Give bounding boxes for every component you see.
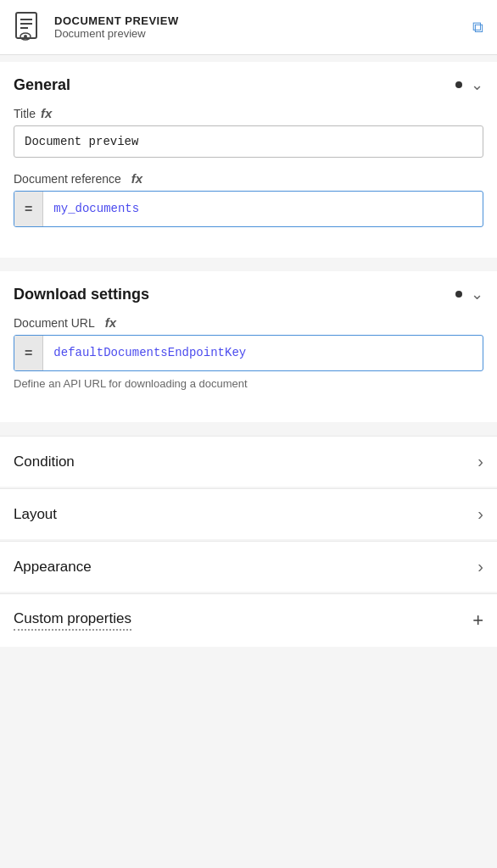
title-field-label: Title fx [14, 106, 483, 120]
appearance-label: Appearance [14, 559, 92, 576]
general-section-header[interactable]: General ⌄ [14, 75, 483, 94]
layout-label: Layout [14, 506, 57, 523]
doc-ref-fx-label: fx [131, 171, 142, 186]
external-link-icon[interactable]: ⧉ [472, 19, 483, 36]
svg-rect-0 [16, 13, 36, 38]
general-section: General ⌄ Title fx Document reference fx… [0, 62, 497, 258]
condition-label: Condition [14, 453, 75, 470]
download-section-header[interactable]: Download settings ⌄ [14, 285, 483, 303]
document-reference-equals: = [14, 192, 43, 226]
general-section-dot [455, 81, 462, 88]
doc-url-fx-label: fx [105, 315, 116, 330]
document-reference-label: Document reference [14, 172, 121, 186]
header-left: DOCUMENT PREVIEW Document preview [14, 12, 179, 42]
custom-properties-label: Custom properties [14, 610, 131, 631]
custom-properties-row[interactable]: Custom properties + [0, 593, 497, 647]
header-title: DOCUMENT PREVIEW [54, 14, 179, 27]
title-input[interactable] [14, 125, 483, 158]
document-url-input-row[interactable]: = defaultDocumentsEndpointKey [14, 335, 483, 371]
document-url-label-wrapper: Document URL fx [14, 315, 483, 330]
collapsible-sections-container: Condition › Layout › Appearance › [0, 436, 497, 592]
document-preview-icon [14, 12, 44, 42]
title-fx-label: fx [41, 106, 52, 120]
header-text-block: DOCUMENT PREVIEW Document preview [54, 14, 179, 40]
condition-chevron: › [477, 452, 483, 471]
general-chevron-icon: ⌄ [471, 75, 483, 94]
document-url-hint: Define an API URL for downloading a docu… [14, 376, 483, 392]
document-reference-field-group: Document reference fx = my_documents [14, 171, 483, 227]
document-url-label: Document URL [14, 316, 95, 330]
title-field-group: Title fx [14, 106, 483, 158]
document-url-value[interactable]: defaultDocumentsEndpointKey [43, 336, 483, 370]
document-url-field-group: Document URL fx = defaultDocumentsEndpoi… [14, 315, 483, 392]
document-reference-value[interactable]: my_documents [43, 192, 483, 226]
general-section-title: General [14, 76, 70, 94]
header-subtitle: Document preview [54, 27, 179, 40]
layout-chevron: › [477, 504, 483, 524]
svg-point-5 [24, 35, 27, 38]
download-settings-section: Download settings ⌄ Document URL fx = de… [0, 271, 497, 422]
document-reference-input-row[interactable]: = my_documents [14, 191, 483, 227]
condition-row[interactable]: Condition › [0, 436, 497, 487]
appearance-chevron: › [477, 557, 483, 576]
download-section-title: Download settings [14, 286, 149, 303]
panel-header: DOCUMENT PREVIEW Document preview ⧉ [0, 0, 497, 55]
layout-row[interactable]: Layout › [0, 488, 497, 539]
document-url-equals: = [14, 336, 43, 370]
document-reference-label-wrapper: Document reference fx [14, 171, 483, 186]
add-custom-property-icon[interactable]: + [472, 609, 483, 632]
download-section-dot [455, 291, 462, 298]
appearance-row[interactable]: Appearance › [0, 541, 497, 592]
download-chevron-icon: ⌄ [471, 285, 483, 303]
